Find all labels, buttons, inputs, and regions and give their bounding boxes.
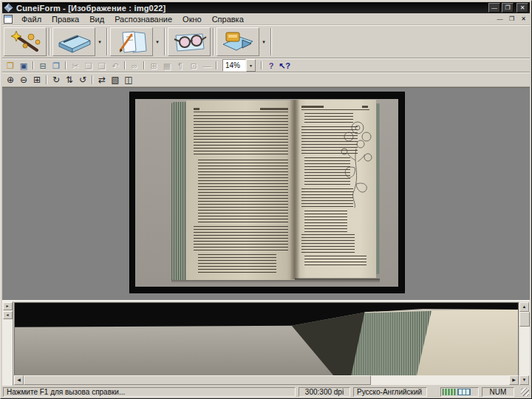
mdi-minimize-button[interactable]: —: [494, 14, 505, 24]
app-window: CuneiForm - [Изображение : img022] — ❐ ✕…: [0, 0, 532, 399]
copy-button[interactable]: ❏: [82, 60, 95, 72]
document-icon[interactable]: [4, 15, 13, 24]
menu-file[interactable]: Файл: [16, 14, 47, 24]
status-dpi: 300:300 dpi: [299, 387, 350, 397]
recognize-page-icon: [114, 30, 149, 55]
page-stack-left: [171, 102, 187, 280]
scan-button[interactable]: [52, 27, 95, 56]
toolbar-separator: [106, 28, 108, 55]
main-toolbar: ▾ ▾: [2, 25, 530, 58]
book-spine-shadow: [290, 100, 300, 279]
window-title: CuneiForm - [Изображение : img022]: [16, 4, 487, 13]
find-button[interactable]: ∞: [128, 60, 141, 72]
toolbar-separator: [261, 61, 262, 69]
zoom-horizontal-scrollbar[interactable]: ◀ ▶: [14, 375, 519, 385]
scroll-right-button[interactable]: ▶: [509, 375, 519, 385]
left-page-header: [194, 108, 288, 112]
export-save-icon: [220, 30, 256, 55]
flip-button[interactable]: ⇄: [95, 74, 109, 86]
resize-grip[interactable]: [514, 387, 530, 397]
right-page-header: [301, 106, 369, 110]
flower-illustration: [335, 116, 375, 209]
zoom-combo: 14% ▾: [222, 59, 256, 72]
toolbar-separator: [216, 61, 217, 69]
scan-dropdown-button[interactable]: ▾: [96, 27, 103, 56]
menu-help[interactable]: Справка: [207, 14, 249, 24]
recognize-button[interactable]: [110, 27, 153, 56]
mdi-close-button[interactable]: ✕: [518, 14, 529, 24]
undo-button[interactable]: ↶: [109, 60, 122, 72]
picture-button[interactable]: ⊡: [187, 60, 200, 72]
zoom-view-image: [15, 303, 518, 375]
minimize-button[interactable]: —: [488, 3, 500, 13]
image-toolbar: ⊕⊖⊞↻⇅↺⇄▧◫: [2, 72, 530, 87]
scanned-book-image[interactable]: [130, 92, 404, 293]
column-layout-icon: [457, 389, 471, 395]
close-button[interactable]: ✕: [516, 3, 528, 13]
toolbar-separator: [33, 61, 34, 69]
cut-button[interactable]: ✂: [69, 60, 82, 72]
save-button[interactable]: ▣: [17, 60, 30, 72]
open-button[interactable]: ❒: [4, 60, 17, 72]
select-area-button[interactable]: ▧: [109, 74, 122, 86]
preview-button[interactable]: ❐: [50, 60, 63, 72]
wizard-button[interactable]: [4, 27, 47, 56]
recognize-dropdown-button[interactable]: ▾: [154, 27, 161, 56]
menu-view[interactable]: Вид: [84, 14, 109, 24]
toolbar-separator: [124, 61, 126, 69]
rotate-right-button[interactable]: ↻: [50, 74, 63, 86]
zoom-window-button[interactable]: ◫: [122, 74, 135, 86]
mdi-restore-button[interactable]: ❐: [506, 14, 517, 24]
cells-button[interactable]: ▦: [160, 60, 174, 72]
rotate-left-button[interactable]: ↺: [76, 74, 89, 86]
rotate-180-button[interactable]: ⇅: [63, 74, 76, 86]
app-logo-icon: [4, 3, 13, 13]
titlebar[interactable]: CuneiForm - [Изображение : img022] — ❐ ✕: [2, 2, 530, 13]
status-layout-icons: [440, 387, 479, 397]
pilcrow-button[interactable]: ¶: [174, 60, 187, 72]
status-language[interactable]: Русско-Английский: [353, 387, 427, 397]
scroll-up-button[interactable]: ▲: [519, 302, 529, 312]
zoom-panel-collapse-button[interactable]: ◂: [3, 311, 13, 319]
fit-page-button[interactable]: ⊞: [30, 74, 44, 86]
help-button[interactable]: ?: [265, 60, 278, 72]
zoom-panel-expand-button[interactable]: ▸: [3, 302, 13, 310]
toolbar-separator: [213, 28, 214, 55]
zoom-dropdown-button[interactable]: ▾: [246, 59, 256, 72]
scroll-down-button[interactable]: ▼: [519, 375, 529, 385]
export-dropdown-button[interactable]: ▾: [260, 27, 267, 56]
verify-button[interactable]: [168, 27, 211, 56]
context-help-button[interactable]: ↖?: [278, 60, 291, 72]
toolbar-separator: [164, 28, 166, 55]
vertical-scroll-thumb[interactable]: [519, 312, 530, 327]
toolbar-separator: [65, 61, 66, 69]
export-button[interactable]: [216, 27, 259, 56]
zoom-in-button[interactable]: ⊕: [4, 74, 17, 86]
hline-button[interactable]: —: [200, 60, 214, 72]
scroll-left-button[interactable]: ◀: [14, 375, 24, 385]
table-button[interactable]: ⊞: [147, 60, 160, 72]
menubar: ФайлПравкаВидРаспознаваниеОкноСправка — …: [2, 13, 530, 25]
status-message: Нажмите F1 для вызова справки...: [3, 387, 296, 397]
status-numlock: NUM: [482, 387, 514, 397]
table-layout-icon: [443, 389, 456, 395]
menu-window[interactable]: Окно: [177, 14, 207, 24]
toolbar-separator: [143, 61, 145, 69]
toolbar-separator: [49, 28, 50, 55]
maximize-button[interactable]: ❐: [502, 3, 514, 13]
scanner-icon: [56, 30, 92, 55]
zoom-value-field[interactable]: 14%: [222, 59, 246, 72]
magic-wand-icon: [7, 30, 43, 55]
toolbar-separator: [270, 28, 272, 55]
standard-toolbar: ❒▣⊟❐✂❏❑↶∞⊞▦¶⊡— 14% ▾ ?↖?: [2, 58, 530, 72]
image-canvas[interactable]: [2, 87, 530, 300]
zoom-vertical-scrollbar[interactable]: ▲ ▼: [519, 302, 530, 385]
zoom-view[interactable]: [14, 302, 519, 376]
menu-recognition[interactable]: Распознавание: [109, 14, 177, 24]
zoom-out-button[interactable]: ⊖: [17, 74, 30, 86]
zoom-panel-splitter[interactable]: ▸◂: [2, 301, 13, 386]
horizontal-scroll-thumb[interactable]: [24, 375, 371, 385]
print-button[interactable]: ⊟: [36, 60, 50, 72]
menu-edit[interactable]: Правка: [47, 14, 84, 24]
paste-button[interactable]: ❑: [95, 60, 109, 72]
